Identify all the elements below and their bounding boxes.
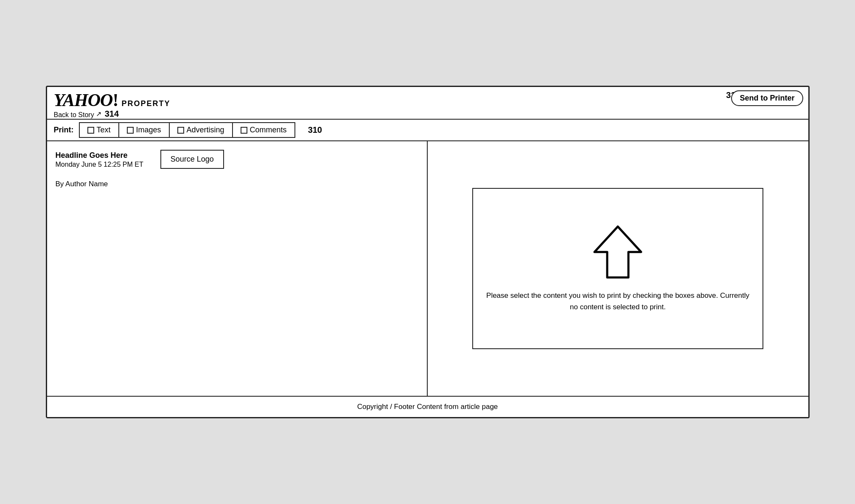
send-to-printer-button[interactable]: Send to Printer	[731, 90, 803, 106]
images-label: Images	[136, 126, 161, 134]
footer: Copyright / Footer Content from article …	[47, 396, 808, 417]
toolbar-row: Print: Text Images Advertising Comments …	[47, 120, 808, 141]
header: YAHOO! PROPERTY Back to Story ↗ 314 312 …	[47, 87, 808, 120]
comments-checkbox[interactable]	[241, 127, 247, 134]
print-option-advertising[interactable]: Advertising	[170, 123, 233, 137]
print-label: Print:	[54, 126, 74, 134]
property-label: PROPERTY	[121, 99, 170, 108]
up-arrow-icon	[592, 224, 643, 280]
advertising-checkbox[interactable]	[177, 127, 184, 134]
header-left: YAHOO! PROPERTY Back to Story ↗ 314	[54, 91, 171, 119]
logo-row: YAHOO! PROPERTY	[54, 91, 171, 109]
back-to-story-row: Back to Story ↗ 314	[54, 109, 171, 119]
back-to-story-link[interactable]: Back to Story	[54, 111, 94, 119]
preview-message: Please select the content you wish to pr…	[482, 290, 754, 313]
article-headline: Headline Goes Here	[56, 151, 143, 160]
text-checkbox[interactable]	[87, 127, 94, 134]
footer-text: Copyright / Footer Content from article …	[357, 403, 498, 411]
print-option-comments[interactable]: Comments	[233, 123, 294, 137]
right-panel: Please select the content you wish to pr…	[428, 141, 808, 396]
main-content: Headline Goes Here Monday June 5 12:25 P…	[47, 141, 808, 396]
svg-marker-0	[594, 227, 641, 277]
preview-box: Please select the content you wish to pr…	[472, 188, 763, 349]
article-headline-date: Headline Goes Here Monday June 5 12:25 P…	[56, 151, 143, 174]
print-options: Text Images Advertising Comments	[79, 122, 295, 138]
text-label: Text	[97, 126, 111, 134]
article-meta-row: Headline Goes Here Monday June 5 12:25 P…	[56, 150, 418, 176]
comments-label: Comments	[250, 126, 287, 134]
label-314: 314	[105, 109, 119, 119]
article-date: Monday June 5 12:25 PM ET	[56, 161, 143, 168]
source-logo-box: Source Logo	[160, 150, 224, 169]
print-option-images[interactable]: Images	[119, 123, 170, 137]
page-wrapper: YAHOO! PROPERTY Back to Story ↗ 314 312 …	[46, 86, 810, 418]
label-310: 310	[308, 125, 322, 135]
yahoo-logo: YAHOO!	[54, 91, 118, 109]
curve-symbol: ↗	[96, 110, 101, 118]
left-panel: Headline Goes Here Monday June 5 12:25 P…	[47, 141, 428, 396]
advertising-label: Advertising	[187, 126, 224, 134]
images-checkbox[interactable]	[127, 127, 134, 134]
print-option-text[interactable]: Text	[80, 123, 119, 137]
by-author: By Author Name	[56, 180, 418, 188]
